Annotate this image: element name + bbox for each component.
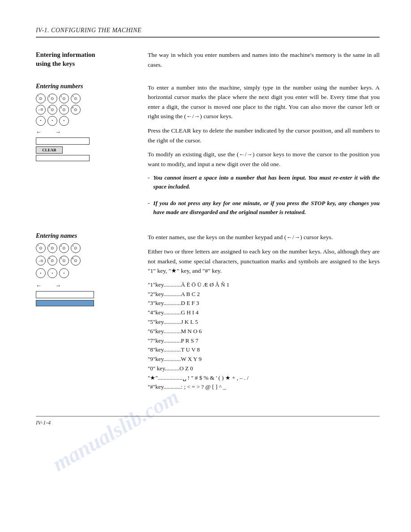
nkey-dot1: • [36, 268, 46, 278]
note1-text: You cannot insert a space into a number … [153, 173, 380, 191]
key-mapping-line: "6"key............M N O 6 [148, 327, 380, 336]
keypad-names-diagram: 7⊙ 1⊙ 2⊙ 3⊙ –⊙ 4⊙ 5⊙ 6⊙ • [36, 243, 134, 306]
key-mapping-line: "3"key............D E F 3 [148, 299, 380, 308]
key-7: 7⊙ [36, 94, 46, 103]
arrow-row-numbers: ← → [36, 129, 134, 136]
names-para1: To enter names, use the keys on the numb… [148, 232, 380, 242]
numbers-para3: To modify an existing digit, use the (←/… [148, 150, 380, 169]
key-minus: –⊙ [36, 105, 46, 115]
keypad-row-1: 7⊙ 1⊙ 2⊙ 3⊙ [36, 94, 134, 103]
bullet-dash-2: - [148, 199, 150, 220]
key-2: 2⊙ [59, 94, 69, 103]
display-bar-numbers [36, 137, 90, 145]
nkey-1: 1⊙ [47, 243, 57, 253]
key-1: 1⊙ [47, 94, 57, 103]
footer-label: IV-1-4 [36, 419, 51, 426]
key-mapping-table: "1"key............Ä Ë Ö Ü Æ Ø Å Ñ 1"2"ke… [148, 280, 380, 392]
numbers-para2: Press the CLEAR key to delete the number… [148, 126, 380, 145]
intro-text: The way in which you enter numbers and n… [148, 50, 380, 69]
names-row-2: –⊙ 4⊙ 5⊙ 6⊙ [36, 256, 134, 266]
key-mapping-line: "4"key............G H I 4 [148, 308, 380, 317]
keypad-grid-numbers: 7⊙ 1⊙ 2⊙ 3⊙ –⊙ 4⊙ 5⊙ 6⊙ • [36, 94, 134, 126]
left-arrow-names: ← [36, 282, 42, 289]
numbers-subtitle: Entering numbers [36, 83, 134, 90]
key-mapping-line: "8"key............T U V 8 [148, 345, 380, 355]
key-mapping-line: "★".................␣ ! " # $ % & ' ( ) … [148, 373, 380, 383]
numbers-left: Entering numbers 7⊙ 1⊙ 2⊙ 3⊙ –⊙ 4⊙ [36, 83, 134, 225]
numbers-right: To enter a number into the machine, simp… [148, 83, 380, 225]
nkey-dot2: • [47, 268, 57, 278]
nkey-dot3: • [59, 268, 69, 278]
key-dot3: • [59, 116, 69, 126]
key-mapping-line: "9"key............W X Y 9 [148, 355, 380, 364]
key-mapping-line: "2"key............A B C 2 [148, 290, 380, 299]
note2-text: If you do not press any key for one minu… [153, 199, 380, 216]
nkey-3: 3⊙ [71, 243, 81, 253]
nkey-minus: –⊙ [36, 256, 46, 266]
keypad-grid-names: 7⊙ 1⊙ 2⊙ 3⊙ –⊙ 4⊙ 5⊙ 6⊙ • [36, 243, 134, 279]
page-header: IV-1. CONFIGURING THE MACHINE [36, 27, 380, 38]
right-arrow: → [55, 129, 61, 136]
names-blue-bar [36, 300, 94, 306]
nkey-2: 2⊙ [59, 243, 69, 253]
arrow-row-names: ← → [36, 282, 134, 289]
numbers-note2: - If you do not press any key for one mi… [148, 199, 380, 220]
key-dot: • [36, 116, 46, 126]
section-title: Entering information using the keys [36, 50, 134, 69]
bottom-bar-numbers [36, 155, 90, 161]
right-arrow-names: → [55, 282, 61, 289]
entering-names-section: Entering names 7⊙ 1⊙ 2⊙ 3⊙ –⊙ 4⊙ 5⊙ [36, 232, 380, 392]
bullet-dash-1: - [148, 173, 150, 194]
names-row-3: • • • [36, 268, 134, 278]
nkey-4: 4⊙ [47, 256, 57, 266]
entering-numbers-section: Entering numbers 7⊙ 1⊙ 2⊙ 3⊙ –⊙ 4⊙ [36, 83, 380, 225]
names-subtitle: Entering names [36, 232, 134, 240]
keypad-row-3: • • • [36, 116, 134, 126]
key-mapping-line: "7"key............P R S 7 [148, 336, 380, 346]
key-mapping-line: "#"key............: ; < = > ? @ [ ] ^ _ [148, 382, 380, 392]
header-title: IV-1. CONFIGURING THE MACHINE [36, 27, 141, 34]
intro-right: The way in which you enter numbers and n… [148, 50, 380, 75]
left-arrow: ← [36, 129, 42, 136]
intro-left: Entering information using the keys [36, 50, 134, 75]
names-row-1: 7⊙ 1⊙ 2⊙ 3⊙ [36, 243, 134, 253]
intro-section: Entering information using the keys The … [36, 50, 380, 75]
main-content: Entering information using the keys The … [36, 50, 380, 400]
nkey-5: 5⊙ [59, 256, 69, 266]
page-footer: IV-1-4 [36, 416, 380, 426]
keypad-numbers-diagram: 7⊙ 1⊙ 2⊙ 3⊙ –⊙ 4⊙ 5⊙ 6⊙ • [36, 94, 134, 161]
numbers-para1: To enter a number into the machine, simp… [148, 83, 380, 121]
key-3: 3⊙ [71, 94, 81, 103]
nkey-7: 7⊙ [36, 243, 46, 253]
keypad-row-2: –⊙ 4⊙ 5⊙ 6⊙ [36, 105, 134, 115]
key-dot2: • [47, 116, 57, 126]
names-right: To enter names, use the keys on the numb… [148, 232, 380, 392]
numbers-note1: - You cannot insert a space into a numbe… [148, 173, 380, 194]
key-mapping-line: "5"key............J K L 5 [148, 317, 380, 327]
names-para2: Either two or three letters are assigned… [148, 247, 380, 276]
key-mapping-line: "1"key............Ä Ë Ö Ü Æ Ø Å Ñ 1 [148, 280, 380, 290]
key-6: 6⊙ [71, 105, 81, 115]
clear-button: CLEAR [36, 146, 63, 154]
key-mapping-line: "0" key..........O Z 0 [148, 364, 380, 373]
key-4: 4⊙ [47, 105, 57, 115]
display-bar-names [36, 291, 94, 298]
nkey-6: 6⊙ [71, 256, 81, 266]
names-left: Entering names 7⊙ 1⊙ 2⊙ 3⊙ –⊙ 4⊙ 5⊙ [36, 232, 134, 392]
key-5: 5⊙ [59, 105, 69, 115]
